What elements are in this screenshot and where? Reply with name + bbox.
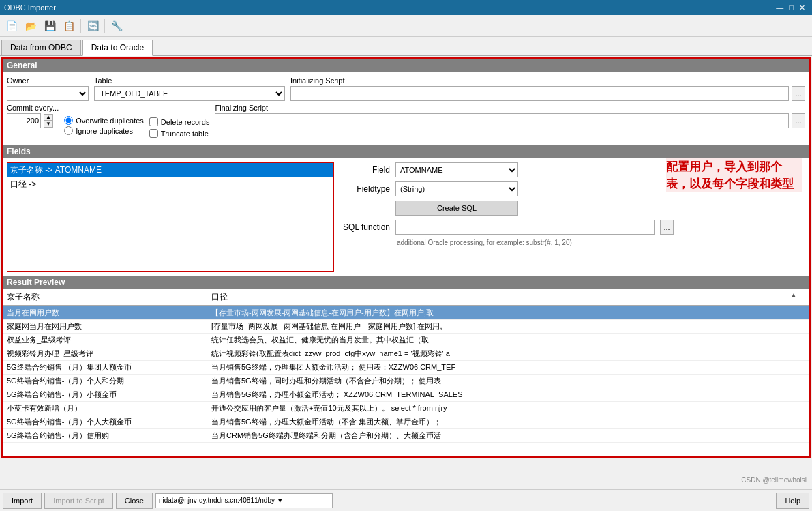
result-cell-col2: 当月销售5G终端，同时办理和分期活动（不含合户和分期）； 使用表 xyxy=(207,375,809,388)
table-row[interactable]: 当月在网用户数 【存量市场-两网发展-两网基础信息-在网用户-用户数】在网用户,… xyxy=(3,306,809,320)
table-row[interactable]: 视频彩铃月办理_星级考评 统计视频彩铃(取配置表dict_zzyw_prod_c… xyxy=(3,347,809,361)
truncate-table-label: Truncate table xyxy=(161,130,209,138)
watermark: CSDN @tellmewhoisi xyxy=(741,476,807,484)
initializing-script-ellipsis-btn[interactable]: ... xyxy=(792,86,805,101)
tab-data-from-odbc[interactable]: Data from ODBC xyxy=(1,40,81,55)
table-row[interactable]: 5G终端合约销售-（月）信用购 当月CRM销售5G终端办理终端和分期（含合户和分… xyxy=(3,429,809,443)
result-cell-col1: 5G终端合约销售-（月）集团大额金币 xyxy=(3,361,207,374)
initializing-script-group: Initializing Script ... xyxy=(290,76,805,101)
commit-down-btn[interactable]: ▼ xyxy=(44,121,53,128)
result-cell-col1: 当月在网用户数 xyxy=(3,306,207,319)
result-cell-col2: 当月销售5G终端，办理大额金币活动（不含 集团大额、掌厅金币）； xyxy=(207,415,809,428)
general-section: Owner Table TEMP_OLD_TABLE Initializing … xyxy=(3,72,809,145)
toolbar-save-btn[interactable]: 💾 xyxy=(41,17,59,35)
fields-section-header: Fields xyxy=(3,145,809,158)
annotation-text: 配置用户，导入到那个表，以及每个字段和类型 xyxy=(666,160,794,190)
table-row[interactable]: 5G终端合约销售-（月）小额金币 当月销售5G终端，办理小额金币活动； XZZW… xyxy=(3,388,809,402)
table-options-group: Delete records Truncate table xyxy=(149,104,210,138)
result-cell-col2: 当月CRM销售5G终端办理终端和分期（含合户和分期）、大额金币活 xyxy=(207,429,809,442)
commit-up-btn[interactable]: ▲ xyxy=(44,114,53,121)
table-row[interactable]: 权益业务_星级考评 统计任我选会员、权益汇、健康无忧的当月发量。其中权益汇（取 xyxy=(3,334,809,347)
table-select[interactable]: TEMP_OLD_TABLE xyxy=(94,86,285,101)
sort-icon: ▲ xyxy=(790,291,797,299)
overwrite-duplicates-label: Overwrite duplicates xyxy=(76,117,144,125)
finalizing-script-group: Finalizing Script ... xyxy=(215,104,805,128)
list-item[interactable]: 京子名称 -> ATOMNAME xyxy=(7,163,333,177)
table-row[interactable]: 5G终端合约销售-（月）个人和分期 当月销售5G终端，同时办理和分期活动（不含合… xyxy=(3,375,809,388)
truncate-table-checkbox[interactable] xyxy=(149,129,158,138)
import-btn[interactable]: Import xyxy=(3,493,42,509)
delete-records-label: Delete records xyxy=(161,118,210,126)
result-cell-col2: 统计任我选会员、权益汇、健康无忧的当月发量。其中权益汇（取 xyxy=(207,334,809,347)
commit-spinner: ▲ ▼ xyxy=(44,114,53,128)
duplicate-options-group: Overwrite duplicates Ignore duplicates xyxy=(64,104,144,135)
finalizing-script-ellipsis-btn[interactable]: ... xyxy=(792,113,805,128)
create-sql-btn[interactable]: Create SQL xyxy=(395,201,518,216)
import-to-script-btn[interactable]: Import to Script xyxy=(44,493,113,509)
fieldtype-label: Fieldtype xyxy=(342,184,390,194)
result-cell-col2: 当月销售5G终端，办理小额金币活动； XZZW06.CRM_TERMINAL_S… xyxy=(207,388,809,401)
result-scroll-area[interactable]: 当月在网用户数 【存量市场-两网发展-两网基础信息-在网用户-用户数】在网用户,… xyxy=(3,306,809,456)
result-cell-col2: 【存量市场-两网发展-两网基础信息-在网用户-用户数】在网用户,取 xyxy=(207,306,809,319)
initializing-script-label: Initializing Script xyxy=(290,76,805,85)
owner-label: Owner xyxy=(7,76,89,85)
owner-select[interactable] xyxy=(7,86,89,101)
finalizing-script-input[interactable] xyxy=(215,113,789,128)
table-row[interactable]: 家庭网当月在网用户数 [存量市场--两网发展--两网基础信息-在网用户—家庭网用… xyxy=(3,320,809,334)
initializing-script-input[interactable] xyxy=(290,86,789,101)
fieldtype-select[interactable]: (String) xyxy=(395,181,518,196)
toolbar: 📄 📂 💾 📋 🔄 🔧 xyxy=(0,15,812,37)
connection-input[interactable] xyxy=(155,493,333,508)
overwrite-duplicates-item: Overwrite duplicates xyxy=(64,116,144,125)
ignore-duplicates-item: Ignore duplicates xyxy=(64,126,144,135)
delete-records-checkbox[interactable] xyxy=(149,117,158,126)
maximize-btn[interactable]: □ xyxy=(786,3,796,12)
close-btn-bottom[interactable]: Close xyxy=(116,493,153,509)
close-btn[interactable]: ✕ xyxy=(796,3,808,12)
help-btn[interactable]: Help xyxy=(776,493,809,509)
toolbar-separator xyxy=(80,19,81,33)
toolbar-refresh-btn[interactable]: 🔄 xyxy=(84,17,102,35)
general-section-header: General xyxy=(3,59,809,72)
tab-data-to-oracle[interactable]: Data to Oracle xyxy=(82,40,153,56)
truncate-table-item: Truncate table xyxy=(149,129,210,138)
result-cell-col2: 当月销售5G终端，办理集团大额金币活动； 使用表：XZZW06.CRM_TEF xyxy=(207,361,809,374)
toolbar-new-btn[interactable]: 📄 xyxy=(3,17,20,35)
sql-function-row: SQL function ... xyxy=(342,220,805,235)
result-cell-col1: 权益业务_星级考评 xyxy=(3,334,207,347)
checkbox-group: Delete records Truncate table xyxy=(149,116,210,138)
main-content: General Owner Table TEMP_OLD_TABLE xyxy=(1,57,811,458)
sql-function-label: SQL function xyxy=(342,222,390,232)
initializing-script-row: ... xyxy=(290,86,805,101)
result-cell-col2: 统计视频彩铃(取配置表dict_zzyw_prod_cfg中xyw_name1 … xyxy=(207,347,809,360)
delete-records-item: Delete records xyxy=(149,117,210,126)
result-cell-col2: 开通公交应用的客户量（激活+充值10元及其以上）。 select * from … xyxy=(207,402,809,415)
bottom-bar: Import Import to Script Close Help xyxy=(0,489,812,511)
table-row[interactable]: 5G终端合约销售-（月）集团大额金币 当月销售5G终端，办理集团大额金币活动； … xyxy=(3,361,809,375)
annotation-box: 配置用户，导入到那个表，以及每个字段和类型 xyxy=(666,158,802,192)
table-group: Table TEMP_OLD_TABLE xyxy=(94,76,285,101)
toolbar-saveas-btn[interactable]: 📋 xyxy=(60,17,78,35)
result-cell-col1: 视频彩铃月办理_星级考评 xyxy=(3,347,207,360)
overwrite-duplicates-radio[interactable] xyxy=(64,116,73,125)
ignore-duplicates-radio[interactable] xyxy=(64,126,73,135)
minimize-btn[interactable]: — xyxy=(773,3,786,12)
list-item[interactable]: 口径 -> xyxy=(7,177,333,192)
title-bar: ODBC Importer — □ ✕ xyxy=(0,0,812,15)
finalizing-script-label: Finalizing Script xyxy=(215,104,805,112)
ignore-duplicates-label: Ignore duplicates xyxy=(76,127,133,135)
table-row[interactable]: 小蓝卡有效新增（月） 开通公交应用的客户量（激活+充值10元及其以上）。 sel… xyxy=(3,402,809,415)
result-cell-col1: 小蓝卡有效新增（月） xyxy=(3,402,207,415)
commit-input[interactable] xyxy=(7,113,41,128)
sql-function-ellipsis-btn[interactable]: ... xyxy=(660,220,674,235)
result-preview-header: Result Preview xyxy=(3,276,809,289)
result-cell-col1: 5G终端合约销售-（月）小额金币 xyxy=(3,388,207,401)
col-header-2: 口径 xyxy=(207,289,809,305)
result-table-header: 京子名称 口径 ▲ xyxy=(3,289,809,306)
table-row[interactable]: 5G终端合约销售-（月）个人大额金币 当月销售5G终端，办理大额金币活动（不含 … xyxy=(3,415,809,429)
toolbar-settings-btn[interactable]: 🔧 xyxy=(108,17,125,35)
sql-function-input[interactable] xyxy=(395,220,655,235)
field-select[interactable]: ATOMNAME xyxy=(395,162,518,177)
toolbar-open-btn[interactable]: 📂 xyxy=(22,17,40,35)
owner-group: Owner xyxy=(7,76,89,101)
